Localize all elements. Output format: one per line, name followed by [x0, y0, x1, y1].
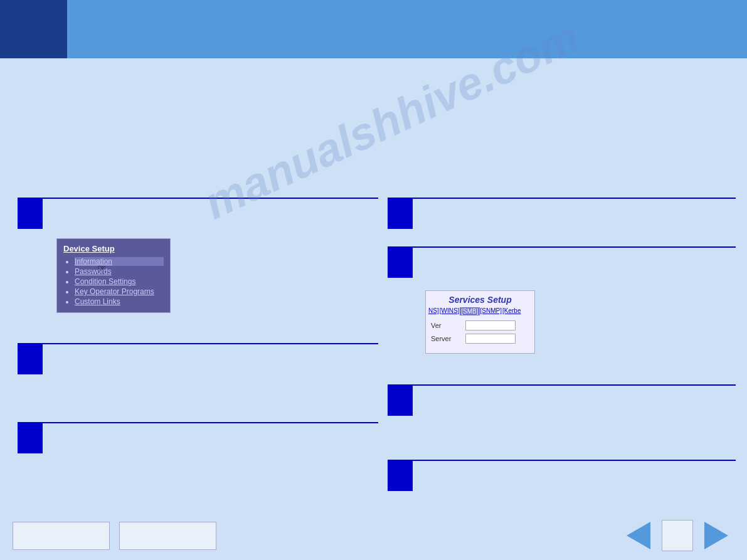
- right-section-num-3: [388, 384, 413, 416]
- left-section-line-2: [18, 343, 378, 344]
- footer-button-2[interactable]: [119, 522, 216, 550]
- services-setup-title: Services Setup: [426, 291, 534, 307]
- nav-middle-button[interactable]: [662, 520, 693, 551]
- services-tabs: NS] [WINS] [SMB] [SNMP] [Kerbe: [426, 307, 534, 318]
- label-ver: Ver: [431, 322, 465, 329]
- menu-item-condition-settings[interactable]: Condition Settings: [75, 277, 164, 286]
- menu-item-key-operator[interactable]: Key Operator Programs: [75, 287, 164, 296]
- menu-link-condition-settings[interactable]: Condition Settings: [75, 277, 135, 286]
- left-section-num-2: [18, 343, 43, 374]
- tab-snmp[interactable]: [SNMP]: [480, 307, 502, 315]
- menu-item-custom-links[interactable]: Custom Links: [75, 297, 164, 306]
- right-section-line-4: [388, 460, 736, 461]
- form-row-server: Server: [431, 334, 529, 344]
- header: [0, 0, 747, 58]
- right-section-num-2: [388, 246, 413, 278]
- tab-smb[interactable]: [SMB]: [460, 307, 479, 315]
- form-row-ver: Ver: [431, 320, 529, 330]
- right-section-line-3: [388, 384, 736, 386]
- label-server: Server: [431, 335, 465, 342]
- services-form: Ver Server: [426, 318, 534, 353]
- footer: [0, 511, 747, 560]
- device-setup-menu-title: Device Setup: [63, 244, 164, 253]
- services-setup-popup: Services Setup NS] [WINS] [SMB] [SNMP] […: [425, 290, 535, 354]
- menu-link-custom-links[interactable]: Custom Links: [75, 297, 120, 306]
- nav-prev-container[interactable]: [620, 517, 657, 554]
- menu-item-passwords[interactable]: Passwords: [75, 267, 164, 276]
- tab-kerb[interactable]: [Kerbe: [502, 307, 521, 315]
- nav-next-icon: [704, 522, 728, 549]
- header-dark-block: [0, 0, 67, 58]
- footer-button-1[interactable]: [13, 522, 110, 550]
- input-ver[interactable]: [465, 320, 516, 330]
- right-section-num-4: [388, 460, 413, 491]
- right-section-num-1: [388, 198, 413, 229]
- cursor-indicator: ☞: [97, 262, 106, 274]
- menu-link-information[interactable]: Information: [75, 257, 112, 266]
- tab-ns[interactable]: NS]: [428, 307, 439, 315]
- left-section-num-3: [18, 422, 43, 453]
- menu-item-information[interactable]: Information: [75, 257, 164, 266]
- menu-link-key-operator[interactable]: Key Operator Programs: [75, 287, 154, 296]
- left-section-num-1: [18, 198, 43, 229]
- nav-next-container[interactable]: [698, 517, 734, 554]
- input-server[interactable]: [465, 334, 516, 344]
- device-setup-menu-list: Information Passwords Condition Settings…: [63, 257, 164, 306]
- header-light-block: [67, 0, 747, 58]
- nav-prev-icon: [627, 522, 650, 549]
- right-section-line-2: [388, 246, 736, 248]
- device-setup-menu: Device Setup Information Passwords Condi…: [56, 238, 171, 313]
- left-section-line-1: [18, 198, 378, 199]
- tab-wins[interactable]: [WINS]: [440, 307, 460, 315]
- right-section-line-1: [388, 198, 736, 199]
- left-section-line-3: [18, 422, 378, 423]
